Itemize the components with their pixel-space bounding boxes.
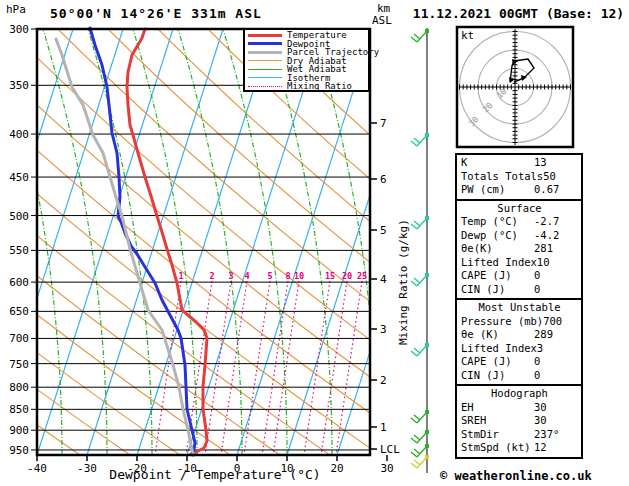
pressure-tick-label: 600 (9, 276, 29, 289)
panel-row-label: CIN (J) (461, 283, 505, 297)
pressure-axis-unit: hPa (6, 3, 26, 16)
legend-swatch-temperature (248, 34, 282, 37)
legend-swatch-mixing-ratio (248, 86, 282, 87)
legend-swatch-dewpoint (248, 42, 282, 45)
spacer (486, 414, 534, 428)
panel-row-label: EH (461, 401, 474, 415)
wet-adiabat-line (583, 29, 629, 455)
spacer (518, 229, 534, 243)
isotherm-line (187, 29, 323, 455)
wind-barb (411, 457, 427, 468)
wind-barb-marker (425, 273, 429, 277)
temperature-axis-label: Dewpoint / Temperature (°C) (75, 467, 355, 482)
panel-row: CIN (J)0 (461, 283, 578, 297)
panel-row: StmDir237° (461, 428, 578, 442)
dry-adiabat-line (0, 29, 430, 455)
panel-row: SREH30 (461, 414, 578, 428)
panel-row-label: PW (cm) (461, 183, 505, 197)
panel-row-label: Lifted Index (461, 342, 537, 356)
altitude-tick-label: LCL (380, 443, 400, 456)
panel-section: K13Totals Totals50PW (cm)0.67 (455, 153, 583, 201)
indices-panel: K13Totals Totals50PW (cm)0.67SurfaceTemp… (455, 155, 583, 459)
mixing-ratio-value-label: 2 (209, 271, 214, 281)
pressure-tick-label: 850 (9, 403, 29, 416)
panel-row: PW (cm)0.67 (461, 183, 578, 197)
panel-row-value: 50 (543, 170, 587, 184)
panel-row: θe(K)281 (461, 242, 578, 256)
panel-row: K13 (461, 156, 578, 170)
altitude-tick-label: 6 (380, 173, 387, 186)
pressure-tick-label: 500 (9, 210, 29, 223)
wind-barb-marker (425, 216, 429, 220)
mixing-ratio-value-label: 8 (285, 271, 290, 281)
panel-row: EH30 (461, 401, 578, 415)
dry-adiabat-line (8, 29, 530, 455)
panel-row: Temp (°C)-2.7 (461, 215, 578, 229)
mixing-ratio-value-label: 5 (267, 271, 272, 281)
pressure-tick-label: 650 (9, 305, 29, 318)
legend-label: Mixing Ratio (287, 82, 352, 90)
altitude-tick-label: 1 (380, 421, 387, 434)
panel-row: CAPE (J)0 (461, 355, 578, 369)
mixing-ratio-value-label: 20 (342, 271, 352, 281)
panel-row-label: Pressure (mb) (461, 315, 543, 329)
pressure-tick-label: 800 (9, 381, 29, 394)
panel-row-label: Totals Totals (461, 170, 543, 184)
wind-barb (411, 345, 427, 356)
spacer (467, 156, 534, 170)
panel-row-value: 12 (534, 441, 578, 455)
pressure-tick-label: 350 (9, 79, 29, 92)
parcel-trajectory-curve (56, 39, 194, 455)
panel-row-value: 281 (534, 242, 578, 256)
legend-box: TemperatureDewpointParcel TrajectoryDry … (243, 28, 370, 92)
panel-row: θe (K)289 (461, 328, 578, 342)
spacer (505, 183, 534, 197)
wind-barb-marker (425, 133, 429, 137)
mixing-ratio-value-label: 15 (325, 271, 335, 281)
panel-row-value: 0 (534, 355, 578, 369)
panel-section-surface: SurfaceTemp (°C)-2.7Dewp (°C)-4.2θe(K)28… (455, 199, 583, 301)
pressure-tick-label: 550 (9, 244, 29, 257)
hodograph: 102030 (459, 29, 571, 145)
panel-row-value: 3 (537, 342, 581, 356)
panel-row-label: Temp (°C) (461, 215, 518, 229)
panel-row: Lifted Index3 (461, 342, 578, 356)
wind-barb-marker (425, 444, 429, 448)
panel-row-value: -4.2 (534, 229, 578, 243)
pressure-tick-label: 450 (9, 171, 29, 184)
wet-adiabat-line (88, 29, 152, 455)
panel-row-label: CIN (J) (461, 369, 505, 383)
temperature-tick-label: 30 (380, 462, 393, 475)
panel-row-label: StmSpd (kt) (461, 441, 531, 455)
panel-row-value: 237° (534, 428, 578, 442)
mixing-ratio-axis-label: Mixing Ratio (g/kg) (397, 219, 410, 345)
panel-row-label: SREH (461, 414, 486, 428)
panel-row-value: 289 (534, 328, 578, 342)
panel-row: StmSpd (kt)12 (461, 441, 578, 455)
panel-row-label: CAPE (J) (461, 355, 512, 369)
pressure-tick-label: 400 (9, 128, 29, 141)
wind-barb (411, 275, 427, 286)
wind-barb-marker (425, 455, 429, 459)
pressure-tick-label: 900 (9, 424, 29, 437)
altitude-tick-label: 3 (380, 323, 387, 336)
mixing-ratio-value-label: 1 (178, 271, 183, 281)
panel-row: Dewp (°C)-4.2 (461, 229, 578, 243)
panel-row-value: 13 (534, 156, 578, 170)
mixing-ratio-value-label: 4 (244, 271, 249, 281)
spacer (518, 215, 534, 229)
isotherm-line (237, 29, 373, 455)
mixing-ratio-value-label: 10 (294, 271, 304, 281)
spacer (499, 428, 534, 442)
hodograph-ring-label: 20 (480, 100, 494, 114)
spacer (499, 328, 534, 342)
mixing-ratio-value-label: 3 (228, 271, 233, 281)
panel-row-value: 700 (543, 315, 587, 329)
wind-barb-marker (425, 430, 429, 434)
panel-section-title: Surface (461, 202, 578, 216)
panel-row-value: 10 (537, 256, 581, 270)
spacer (474, 401, 534, 415)
pressure-tick-label: 300 (9, 23, 29, 36)
wind-barb (411, 218, 427, 229)
panel-section-title: Most Unstable (461, 301, 578, 315)
